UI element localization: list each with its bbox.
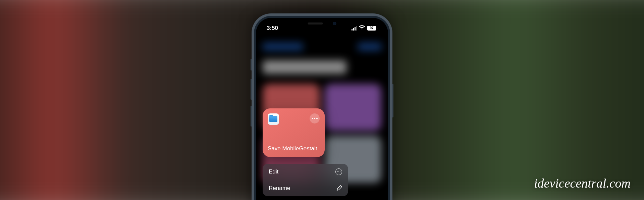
cellular-signal-icon xyxy=(352,26,357,31)
battery-percent: 97 xyxy=(370,27,373,30)
menu-item-rename[interactable]: Rename xyxy=(263,180,348,196)
status-indicators: 97 xyxy=(352,25,378,31)
shortcut-name-label: Save MobileGestalt xyxy=(268,145,320,152)
wifi-icon xyxy=(359,25,365,31)
watermark-text: idevicecentral.com xyxy=(534,176,631,191)
volume-up-button xyxy=(251,79,252,100)
iphone-device: 3:50 xyxy=(252,13,392,200)
pencil-icon xyxy=(336,185,342,191)
phone-inner-border: 3:50 xyxy=(254,16,390,200)
battery-icon: 97 xyxy=(367,26,377,31)
more-options-button[interactable] xyxy=(310,113,320,123)
phone-screen: 3:50 xyxy=(256,18,388,200)
shortcut-card[interactable]: Save MobileGestalt xyxy=(263,108,325,157)
power-button xyxy=(392,84,393,117)
phone-notch xyxy=(296,18,348,29)
speaker-grille xyxy=(308,22,323,24)
mute-switch xyxy=(251,59,252,70)
menu-item-edit[interactable]: Edit xyxy=(263,164,348,180)
edit-icon xyxy=(335,168,342,175)
front-camera xyxy=(333,22,336,25)
volume-down-button xyxy=(251,106,252,127)
files-app-icon xyxy=(268,113,279,125)
phone-outer-frame: 3:50 xyxy=(252,13,392,200)
menu-item-label: Edit xyxy=(269,168,278,175)
screen-content: Save MobileGestalt Edit xyxy=(256,36,388,200)
status-time: 3:50 xyxy=(267,25,278,32)
folder-icon xyxy=(269,116,277,122)
menu-item-label: Rename xyxy=(269,185,290,192)
context-menu: Edit Rename xyxy=(263,164,348,196)
